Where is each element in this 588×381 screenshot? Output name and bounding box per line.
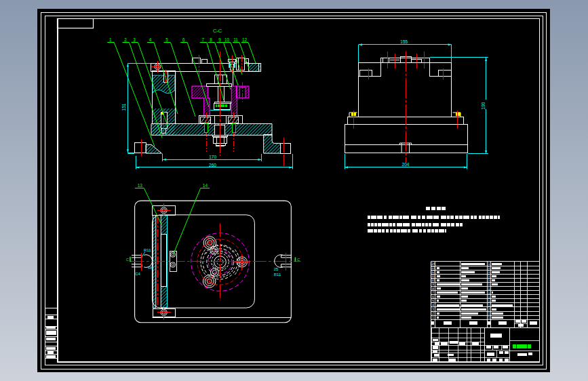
svg-text:R11: R11 xyxy=(144,248,151,252)
svg-text:5: 5 xyxy=(165,37,168,42)
svg-text:155: 155 xyxy=(400,39,408,44)
svg-text:25: 25 xyxy=(274,267,279,271)
svg-text:C-C: C-C xyxy=(213,28,222,34)
svg-text:13: 13 xyxy=(138,183,143,188)
svg-text:R11: R11 xyxy=(274,273,281,277)
svg-text:151: 151 xyxy=(121,103,126,111)
svg-text:R6: R6 xyxy=(148,266,153,270)
svg-text:14: 14 xyxy=(203,183,208,188)
svg-text:3: 3 xyxy=(133,37,136,42)
svg-text:6: 6 xyxy=(182,37,185,42)
svg-text:11: 11 xyxy=(233,37,238,42)
svg-text:14: 14 xyxy=(431,262,435,266)
svg-text:260: 260 xyxy=(209,163,216,167)
svg-text:9: 9 xyxy=(218,37,221,42)
svg-text:4: 4 xyxy=(149,37,152,42)
svg-text:11: 11 xyxy=(431,275,435,278)
svg-text:8: 8 xyxy=(210,37,212,42)
svg-text:7: 7 xyxy=(202,37,205,42)
svg-text:10: 10 xyxy=(431,279,435,282)
svg-text:2: 2 xyxy=(124,37,127,42)
svg-text:C4: C4 xyxy=(135,272,140,276)
svg-text:1: 1 xyxy=(109,37,112,42)
svg-text:12: 12 xyxy=(242,37,248,42)
svg-text:170: 170 xyxy=(209,155,216,159)
svg-text:10: 10 xyxy=(224,37,230,42)
svg-text:13: 13 xyxy=(431,266,435,270)
svg-text:C: C xyxy=(297,258,300,262)
svg-text:190: 190 xyxy=(481,102,486,109)
svg-text:12: 12 xyxy=(431,270,435,274)
svg-text:C: C xyxy=(126,258,129,262)
